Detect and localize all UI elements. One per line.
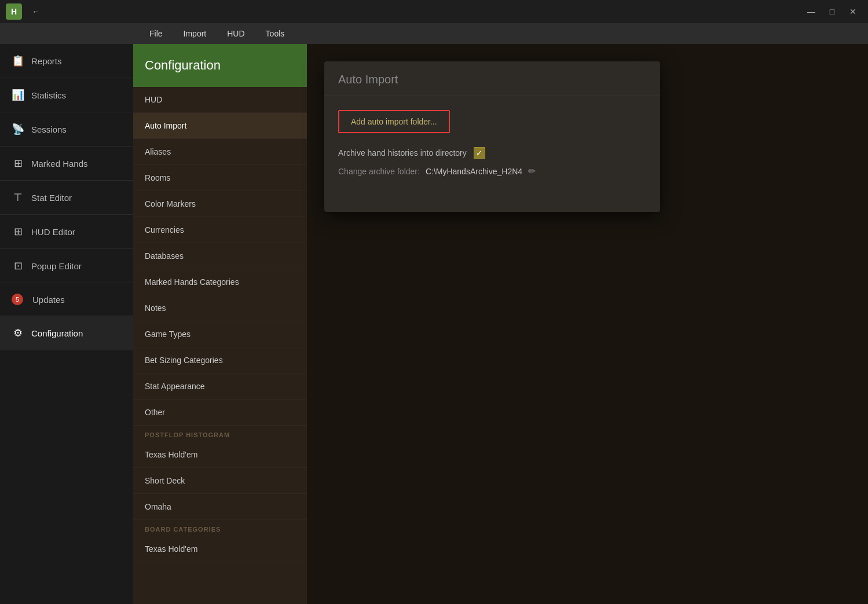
menu-hud[interactable]: HUD (217, 25, 255, 42)
sidebar-item-popup-editor[interactable]: ⊡ Popup Editor (0, 249, 133, 283)
sidebar-item-updates[interactable]: 5 Updates (0, 283, 133, 316)
sidebar-label-statistics: Statistics (31, 90, 66, 100)
center-item-stat-appearance[interactable]: Stat Appearance (133, 374, 307, 400)
sidebar-item-sessions[interactable]: 📡 Sessions (0, 112, 133, 147)
center-item-rooms[interactable]: Rooms (133, 165, 307, 191)
center-item-bet-sizing-categories[interactable]: Bet Sizing Categories (133, 347, 307, 374)
sessions-icon: 📡 (12, 123, 24, 136)
center-item-other[interactable]: Other (133, 400, 307, 426)
marked-hands-icon: ⊞ (12, 157, 24, 170)
center-item-color-markers[interactable]: Color Markers (133, 191, 307, 217)
sidebar-label-reports: Reports (31, 56, 62, 66)
center-panel: Configuration HUD Auto Import Aliases Ro… (133, 44, 307, 604)
back-button[interactable]: ← (27, 3, 45, 20)
sidebar-label-configuration: Configuration (31, 328, 83, 338)
menu-bar: File Import HUD Tools (0, 23, 868, 44)
menu-file[interactable]: File (139, 25, 173, 42)
board-categories-section: BOARD CATEGORIES (133, 520, 307, 536)
configuration-icon: ⚙ (12, 327, 24, 339)
main-layout: 📋 Reports 📊 Statistics 📡 Sessions ⊞ Mark… (0, 44, 868, 604)
center-item-game-types[interactable]: Game Types (133, 321, 307, 347)
center-item-databases[interactable]: Databases (133, 243, 307, 269)
popup-editor-icon: ⊡ (12, 259, 24, 272)
stat-editor-icon: ⊤ (12, 191, 24, 204)
center-item-short-deck[interactable]: Short Deck (133, 468, 307, 494)
app-logo: H (6, 3, 22, 20)
center-item-marked-hands-categories[interactable]: Marked Hands Categories (133, 269, 307, 295)
modal-body: Add auto import folder... Archive hand h… (324, 96, 660, 191)
center-panel-title: Configuration (133, 44, 307, 87)
sidebar-label-updates: Updates (32, 295, 65, 305)
center-list: HUD Auto Import Aliases Rooms Color Mark… (133, 87, 307, 604)
menu-import[interactable]: Import (173, 25, 217, 42)
sidebar-label-marked-hands: Marked Hands (31, 159, 88, 169)
title-bar: H ← — □ ✕ (0, 0, 868, 23)
change-folder-label: Change archive folder: (338, 167, 420, 176)
close-button[interactable]: ✕ (844, 3, 862, 20)
updates-badge: 5 (12, 294, 23, 305)
modal-overlay: Auto Import Add auto import folder... Ar… (307, 44, 868, 604)
statistics-icon: 📊 (12, 89, 24, 101)
center-item-omaha[interactable]: Omaha (133, 494, 307, 520)
add-folder-button[interactable]: Add auto import folder... (338, 110, 450, 133)
hud-editor-icon: ⊞ (12, 225, 24, 238)
content-area: Auto Import Add auto import folder... Ar… (307, 44, 868, 604)
folder-path: C:\MyHandsArchive_H2N4 (426, 167, 522, 176)
reports-icon: 📋 (12, 54, 24, 67)
sidebar-item-marked-hands[interactable]: ⊞ Marked Hands (0, 147, 133, 181)
minimize-button[interactable]: — (802, 3, 821, 20)
menu-tools[interactable]: Tools (255, 25, 295, 42)
center-item-auto-import[interactable]: Auto Import (133, 113, 307, 139)
center-item-hud[interactable]: HUD (133, 87, 307, 113)
edit-folder-icon[interactable]: ✏ (528, 166, 536, 177)
center-item-notes[interactable]: Notes (133, 295, 307, 321)
sidebar-label-popup-editor: Popup Editor (31, 261, 82, 271)
postflop-histogram-section: POSTFLOP HISTOGRAM (133, 426, 307, 442)
sidebar-item-stat-editor[interactable]: ⊤ Stat Editor (0, 181, 133, 215)
auto-import-modal: Auto Import Add auto import folder... Ar… (324, 61, 660, 212)
title-bar-left: H ← (6, 3, 45, 20)
sidebar-item-hud-editor[interactable]: ⊞ HUD Editor (0, 215, 133, 249)
sidebar-item-configuration[interactable]: ⚙ Configuration (0, 316, 133, 350)
archive-label: Archive hand histories into directory (338, 148, 467, 158)
center-item-texas-holdem-board[interactable]: Texas Hold'em (133, 536, 307, 562)
sidebar-item-statistics[interactable]: 📊 Statistics (0, 78, 133, 112)
sidebar: 📋 Reports 📊 Statistics 📡 Sessions ⊞ Mark… (0, 44, 133, 604)
archive-checkbox[interactable]: ✓ (474, 147, 485, 159)
center-item-aliases[interactable]: Aliases (133, 139, 307, 165)
title-bar-controls: — □ ✕ (802, 3, 862, 20)
center-item-currencies[interactable]: Currencies (133, 217, 307, 243)
sidebar-label-hud-editor: HUD Editor (31, 227, 75, 237)
sidebar-label-sessions: Sessions (31, 125, 67, 134)
sidebar-item-reports[interactable]: 📋 Reports (0, 44, 133, 78)
folder-row: Change archive folder: C:\MyHandsArchive… (338, 166, 646, 177)
center-item-texas-holdem-histogram[interactable]: Texas Hold'em (133, 442, 307, 468)
maximize-button[interactable]: □ (823, 3, 841, 20)
modal-title: Auto Import (324, 61, 660, 96)
sidebar-label-stat-editor: Stat Editor (31, 193, 72, 203)
archive-row: Archive hand histories into directory ✓ (338, 147, 646, 159)
